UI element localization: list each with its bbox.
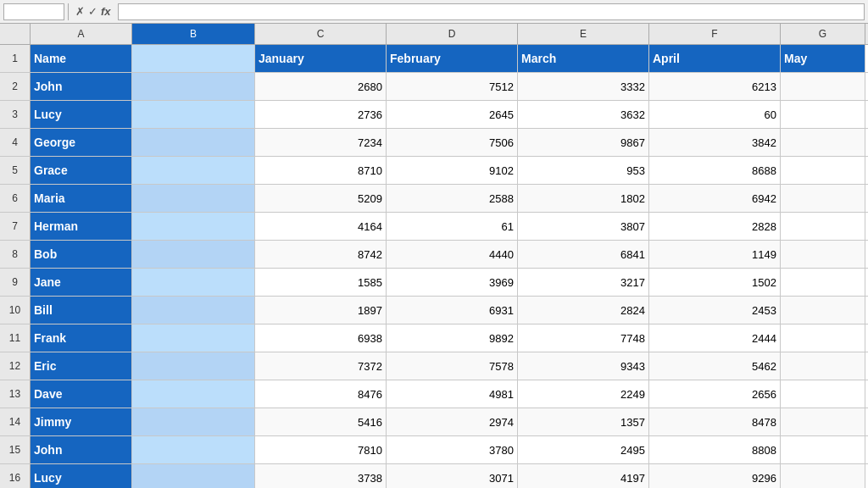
cell-a6[interactable]: Maria <box>31 185 132 212</box>
cell-g13[interactable] <box>781 380 865 408</box>
cell-g8[interactable] <box>781 241 865 268</box>
cell-e10[interactable]: 2824 <box>518 297 649 324</box>
cell-d11[interactable]: 9892 <box>387 324 518 352</box>
cell-c14[interactable]: 5416 <box>255 408 387 435</box>
cell-e16[interactable]: 4197 <box>518 464 649 488</box>
cell-c11[interactable]: 6938 <box>255 324 387 352</box>
cell-d4[interactable]: 7506 <box>387 129 518 156</box>
row-number[interactable]: 6 <box>0 185 31 212</box>
cell-e1[interactable]: March <box>518 45 649 72</box>
cell-a9[interactable]: Jane <box>31 269 132 296</box>
cell-b2[interactable] <box>132 73 255 100</box>
cell-b15[interactable] <box>132 436 255 463</box>
cell-g16[interactable] <box>781 464 865 488</box>
cell-d2[interactable]: 7512 <box>387 73 518 100</box>
cell-c1[interactable]: January <box>255 45 387 72</box>
col-header-a[interactable]: A <box>31 24 132 44</box>
cell-b10[interactable] <box>132 297 255 324</box>
row-number[interactable]: 12 <box>0 352 31 380</box>
cell-b4[interactable] <box>132 129 255 156</box>
cell-c5[interactable]: 8710 <box>255 157 387 184</box>
cell-b14[interactable] <box>132 408 255 435</box>
cell-c12[interactable]: 7372 <box>255 352 387 380</box>
cell-d5[interactable]: 9102 <box>387 157 518 184</box>
col-header-g[interactable]: G <box>781 24 865 44</box>
cell-a3[interactable]: Lucy <box>31 101 132 128</box>
cell-c3[interactable]: 2736 <box>255 101 387 128</box>
row-number[interactable]: 1 <box>0 45 31 72</box>
cell-d1[interactable]: February <box>387 45 518 72</box>
cell-e12[interactable]: 9343 <box>518 352 649 380</box>
cell-f11[interactable]: 2444 <box>649 324 781 352</box>
cell-a8[interactable]: Bob <box>31 241 132 268</box>
cell-g4[interactable] <box>781 129 865 156</box>
cell-d15[interactable]: 3780 <box>387 436 518 463</box>
cell-g1[interactable]: May <box>781 45 865 72</box>
cell-c10[interactable]: 1897 <box>255 297 387 324</box>
cell-c13[interactable]: 8476 <box>255 380 387 408</box>
function-icon[interactable]: fx <box>101 5 111 18</box>
row-number[interactable]: 15 <box>0 436 31 463</box>
row-number[interactable]: 16 <box>0 464 31 488</box>
cell-c9[interactable]: 1585 <box>255 269 387 296</box>
cell-a5[interactable]: Grace <box>31 157 132 184</box>
cell-c15[interactable]: 7810 <box>255 436 387 463</box>
cell-g6[interactable] <box>781 185 865 212</box>
cell-b16[interactable] <box>132 464 255 488</box>
row-number[interactable]: 5 <box>0 157 31 184</box>
cell-a2[interactable]: John <box>31 73 132 100</box>
row-number[interactable]: 11 <box>0 324 31 352</box>
cell-d14[interactable]: 2974 <box>387 408 518 435</box>
cell-a14[interactable]: Jimmy <box>31 408 132 435</box>
cell-c2[interactable]: 2680 <box>255 73 387 100</box>
cell-f5[interactable]: 8688 <box>649 157 781 184</box>
cell-c16[interactable]: 3738 <box>255 464 387 488</box>
cell-a16[interactable]: Lucy <box>31 464 132 488</box>
cell-f10[interactable]: 2453 <box>649 297 781 324</box>
cell-b7[interactable] <box>132 213 255 240</box>
cell-d3[interactable]: 2645 <box>387 101 518 128</box>
cell-e2[interactable]: 3332 <box>518 73 649 100</box>
cell-e7[interactable]: 3807 <box>518 213 649 240</box>
cell-g9[interactable] <box>781 269 865 296</box>
cell-c4[interactable]: 7234 <box>255 129 387 156</box>
col-header-b[interactable]: B <box>132 24 255 44</box>
row-number[interactable]: 4 <box>0 129 31 156</box>
cell-b1[interactable] <box>132 45 255 72</box>
cell-f2[interactable]: 6213 <box>649 73 781 100</box>
cell-d7[interactable]: 61 <box>387 213 518 240</box>
cell-f16[interactable]: 9296 <box>649 464 781 488</box>
cell-d13[interactable]: 4981 <box>387 380 518 408</box>
cell-e13[interactable]: 2249 <box>518 380 649 408</box>
row-number[interactable]: 13 <box>0 380 31 408</box>
row-number[interactable]: 2 <box>0 73 31 100</box>
cell-e15[interactable]: 2495 <box>518 436 649 463</box>
col-header-f[interactable]: F <box>649 24 781 44</box>
cell-f6[interactable]: 6942 <box>649 185 781 212</box>
cell-c7[interactable]: 4164 <box>255 213 387 240</box>
cell-f1[interactable]: April <box>649 45 781 72</box>
cell-b8[interactable] <box>132 241 255 268</box>
cell-e9[interactable]: 3217 <box>518 269 649 296</box>
cell-d9[interactable]: 3969 <box>387 269 518 296</box>
cell-d12[interactable]: 7578 <box>387 352 518 380</box>
cell-g7[interactable] <box>781 213 865 240</box>
cell-b13[interactable] <box>132 380 255 408</box>
cell-c6[interactable]: 5209 <box>255 185 387 212</box>
cell-g12[interactable] <box>781 352 865 380</box>
cell-a15[interactable]: John <box>31 436 132 463</box>
cell-g5[interactable] <box>781 157 865 184</box>
row-number[interactable]: 7 <box>0 213 31 240</box>
cell-d6[interactable]: 2588 <box>387 185 518 212</box>
cell-b12[interactable] <box>132 352 255 380</box>
cell-e11[interactable]: 7748 <box>518 324 649 352</box>
cell-a10[interactable]: Bill <box>31 297 132 324</box>
cell-g10[interactable] <box>781 297 865 324</box>
cell-a11[interactable]: Frank <box>31 324 132 352</box>
cell-e5[interactable]: 953 <box>518 157 649 184</box>
cancel-icon[interactable]: ✗ <box>75 5 85 18</box>
row-number[interactable]: 3 <box>0 101 31 128</box>
cell-b11[interactable] <box>132 324 255 352</box>
cell-c8[interactable]: 8742 <box>255 241 387 268</box>
row-number[interactable]: 9 <box>0 269 31 296</box>
